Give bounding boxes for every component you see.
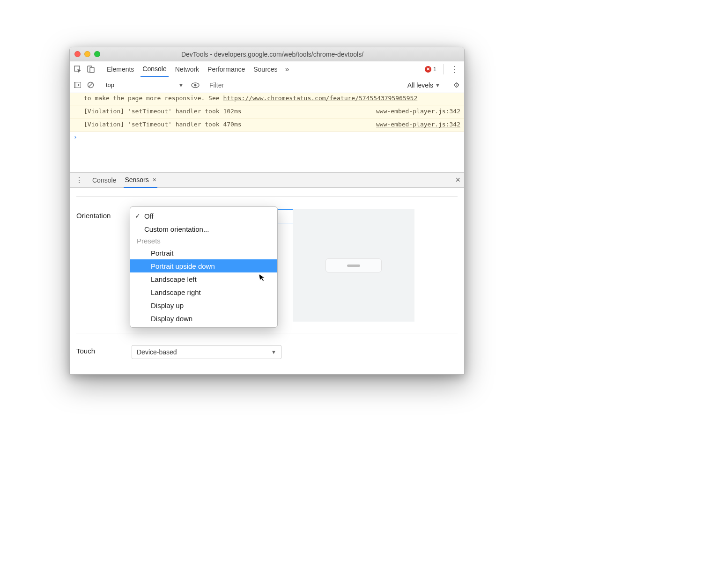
log-link[interactable]: https://www.chromestatus.com/feature/574… xyxy=(223,95,417,102)
menu-item-portrait[interactable]: Portrait xyxy=(130,246,277,259)
filter-input[interactable] xyxy=(207,81,282,90)
console-sidebar-toggle-icon[interactable] xyxy=(73,82,82,88)
tab-elements[interactable]: Elements xyxy=(105,61,136,77)
more-tabs-chevron-icon[interactable]: » xyxy=(284,65,290,74)
menu-item-off[interactable]: Off xyxy=(130,209,277,222)
drawer-tab-label: Sensors xyxy=(125,176,148,184)
error-count-badge[interactable]: ✕ 1 xyxy=(423,66,438,73)
error-icon: ✕ xyxy=(425,66,431,73)
drawer-tabbar: ⋮ Console Sensors × × xyxy=(70,173,464,188)
svg-rect-2 xyxy=(90,67,94,73)
chevron-down-icon: ▼ xyxy=(271,349,276,355)
drawer-tab-sensors[interactable]: Sensors × xyxy=(124,173,157,188)
svg-point-8 xyxy=(194,84,197,86)
main-menu-kebab-icon[interactable]: ⋮ xyxy=(448,64,460,74)
menu-item-display-down[interactable]: Display down xyxy=(130,312,277,325)
log-fragment: to make the page more responsive. See xyxy=(84,95,223,102)
drawer-tab-console[interactable]: Console xyxy=(91,173,117,188)
menu-item-landscape-left[interactable]: Landscape left xyxy=(130,272,277,286)
close-tab-icon[interactable]: × xyxy=(153,176,156,184)
console-settings-gear-icon[interactable]: ⚙ xyxy=(453,81,461,89)
separator xyxy=(100,64,100,74)
console-log-area: to make the page more responsive. See ht… xyxy=(70,93,464,173)
touch-label: Touch xyxy=(76,345,121,355)
orientation-dropdown-menu: Off Custom orientation... Presets Portra… xyxy=(130,206,278,328)
menu-item-portrait-upside-down[interactable]: Portrait upside down xyxy=(130,259,277,272)
log-row: [Violation] 'setTimeout' handler took 10… xyxy=(70,105,464,118)
orientation-preview xyxy=(293,209,414,322)
menu-item-display-up[interactable]: Display up xyxy=(130,299,277,312)
close-window-button[interactable] xyxy=(74,51,81,57)
levels-label: All levels xyxy=(407,81,433,89)
divider xyxy=(76,196,458,197)
tab-console[interactable]: Console xyxy=(141,61,168,77)
log-message: [Violation] 'setTimeout' handler took 10… xyxy=(84,107,370,116)
device-mock xyxy=(325,258,382,272)
console-prompt[interactable]: › xyxy=(70,132,464,142)
drawer-menu-kebab-icon[interactable]: ⋮ xyxy=(74,176,85,184)
svg-rect-4 xyxy=(74,82,76,88)
menu-item-landscape-right[interactable]: Landscape right xyxy=(130,286,277,299)
chevron-down-icon: ▼ xyxy=(435,82,440,88)
tab-sources[interactable]: Sources xyxy=(251,61,279,77)
chevron-down-icon: ▼ xyxy=(178,82,184,88)
log-row: to make the page more responsive. See ht… xyxy=(70,93,464,105)
inspect-icon[interactable] xyxy=(74,65,82,74)
tab-performance[interactable]: Performance xyxy=(206,61,247,77)
devtools-window: DevTools - developers.google.com/web/too… xyxy=(69,47,465,375)
console-toolbar: top ▼ All levels ▼ ⚙ xyxy=(70,77,464,93)
touch-select[interactable]: Device-based ▼ xyxy=(132,345,281,359)
window-title: DevTools - developers.google.com/web/too… xyxy=(85,51,459,58)
log-message: [Violation] 'setTimeout' handler took 47… xyxy=(84,120,370,129)
context-value: top xyxy=(106,81,114,88)
svg-line-6 xyxy=(89,83,92,87)
device-toggle-icon[interactable] xyxy=(87,65,95,74)
menu-header-presets: Presets xyxy=(130,235,277,246)
drawer-close-icon[interactable]: × xyxy=(455,175,460,185)
touch-value: Device-based xyxy=(137,348,177,356)
context-selector[interactable]: top ▼ xyxy=(103,80,187,90)
main-tabbar: Elements Console Network Performance Sou… xyxy=(70,61,464,77)
log-source-link[interactable]: www-embed-player.js:342 xyxy=(370,107,460,116)
live-expression-icon[interactable] xyxy=(191,82,200,88)
device-speaker xyxy=(347,265,360,267)
error-count: 1 xyxy=(433,66,436,73)
log-row: [Violation] 'setTimeout' handler took 47… xyxy=(70,118,464,132)
separator xyxy=(443,64,444,74)
window-titlebar: DevTools - developers.google.com/web/too… xyxy=(70,47,464,61)
clear-console-icon[interactable] xyxy=(86,81,95,88)
menu-item-custom[interactable]: Custom orientation... xyxy=(130,222,277,235)
tab-network[interactable]: Network xyxy=(173,61,201,77)
divider xyxy=(76,333,458,333)
orientation-label: Orientation xyxy=(76,210,121,220)
log-levels-selector[interactable]: All levels ▼ xyxy=(407,81,440,89)
touch-field: Touch Device-based ▼ xyxy=(76,345,281,359)
sensors-panel: Orientation Off Custom orientation... Pr… xyxy=(70,188,464,375)
log-source-link[interactable]: www-embed-player.js:342 xyxy=(370,120,460,129)
